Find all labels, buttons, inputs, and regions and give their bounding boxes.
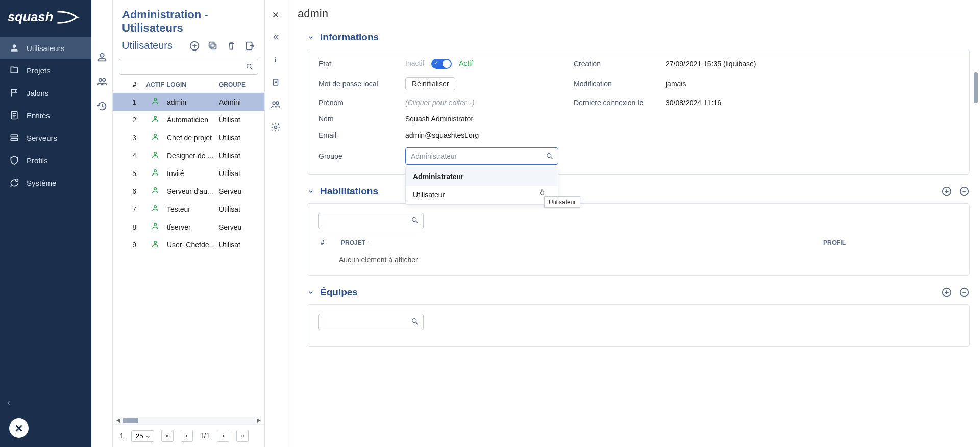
nav-users[interactable]: Utilisateurs (0, 37, 91, 59)
svg-point-7 (102, 79, 105, 82)
section-equipes-header[interactable]: Équipes (307, 287, 970, 298)
label-groupe: Groupe (318, 152, 400, 160)
export-icon[interactable] (244, 40, 255, 52)
user-active-icon (151, 114, 160, 123)
page-indicator: 1/1 (200, 432, 210, 440)
label-mdp: Mot de passe local (318, 80, 400, 88)
tab-info-icon[interactable] (270, 54, 281, 65)
value-creation: 27/09/2021 15:35 (liquibase) (666, 60, 958, 68)
field-nom[interactable]: Squash Administrator (405, 115, 569, 123)
nav-collapse[interactable] (0, 396, 91, 409)
label-modification: Modification (574, 80, 660, 88)
svg-point-27 (274, 126, 277, 129)
collapse-rail-icon[interactable] (270, 32, 281, 43)
section-info-header[interactable]: Informations (307, 32, 970, 43)
table-row[interactable]: 7TesteurUtilisat (113, 200, 264, 218)
user-active-icon (151, 150, 160, 159)
rail-user-icon[interactable] (96, 51, 108, 63)
search-icon (546, 152, 554, 160)
svg-text:squash: squash (8, 10, 53, 24)
table-row[interactable]: 1adminAdmini (113, 93, 264, 111)
svg-point-17 (154, 170, 157, 172)
nav-projects[interactable]: Projets (0, 59, 91, 82)
tab-team-icon[interactable] (270, 99, 281, 110)
nav-system[interactable]: Système (0, 171, 91, 194)
nav-label: Serveurs (27, 134, 57, 142)
pager-prev[interactable]: ‹ (181, 430, 193, 442)
search-icon (246, 63, 254, 71)
nav-close-button[interactable] (9, 418, 29, 438)
label-lastconn: Dernière connexion le (574, 98, 660, 107)
horizontal-scrollbar[interactable]: ◀ ▶ (118, 417, 259, 424)
pagination: 1 25 « ‹ 1/1 › » (113, 424, 264, 447)
hab-empty-message: Aucun élément à afficher (318, 252, 958, 266)
svg-marker-1 (76, 16, 80, 19)
user-active-icon (151, 168, 160, 177)
table-row[interactable]: 3Chef de projetUtilisat (113, 129, 264, 146)
svg-point-5 (16, 179, 18, 182)
sort-asc-icon: ↑ (369, 239, 372, 246)
svg-point-18 (154, 188, 157, 190)
remove-hab-icon[interactable] (959, 186, 970, 197)
group-option-user[interactable]: Utilisateur (406, 186, 558, 204)
table-row[interactable]: 5InvitéUtilisat (113, 164, 264, 182)
nav-entities[interactable]: Entités (0, 104, 91, 127)
pager-first[interactable]: « (161, 430, 174, 442)
svg-point-31 (412, 218, 416, 222)
svg-rect-3 (11, 135, 17, 137)
svg-point-13 (154, 98, 157, 101)
rail-history-icon[interactable] (96, 100, 108, 112)
hab-sort-projet[interactable]: PROJET ↑ (341, 239, 823, 246)
active-toggle[interactable]: ✓ (431, 59, 452, 69)
reset-password-button[interactable]: Réinitialiser (405, 77, 455, 90)
close-detail-icon[interactable] (270, 9, 281, 20)
remove-team-icon[interactable] (959, 287, 970, 298)
hab-search-input[interactable] (318, 213, 424, 229)
nav-label: Entités (27, 111, 50, 120)
vertical-scrollbar[interactable] (974, 72, 979, 442)
table-row[interactable]: 4Designer de ...Utilisat (113, 146, 264, 164)
group-select[interactable]: Administrateur (405, 147, 558, 165)
search-icon (411, 216, 419, 225)
team-search-input[interactable] (318, 314, 424, 330)
svg-point-16 (154, 152, 157, 155)
table-row[interactable]: 6Serveur d'au...Serveu (113, 182, 264, 200)
svg-point-26 (276, 102, 278, 104)
pager-next[interactable]: › (217, 430, 229, 442)
svg-point-14 (154, 116, 157, 119)
svg-rect-10 (209, 42, 214, 47)
nav-label: Jalons (27, 89, 48, 97)
svg-point-34 (412, 319, 416, 323)
group-option-admin[interactable]: Administrateur (406, 167, 558, 186)
user-detail-panel: admin Informations État Inactif ✓ Actif (286, 0, 980, 447)
copy-icon[interactable] (207, 40, 218, 52)
pager-last[interactable]: » (236, 430, 249, 442)
rail-team-icon[interactable] (96, 76, 108, 88)
table-row[interactable]: 9User_Chefde...Utilisat (113, 236, 264, 254)
cursor-icon (538, 186, 547, 197)
page-title: Administration - Utilisateurs (122, 8, 255, 35)
label-etat: État (318, 60, 400, 68)
user-active-icon (151, 204, 160, 213)
label-nom: Nom (318, 115, 400, 123)
table-row[interactable]: 2AutomaticienUtilisat (113, 111, 264, 129)
page-size-select[interactable]: 25 (131, 430, 154, 442)
add-team-icon[interactable] (941, 287, 952, 298)
add-user-icon[interactable] (189, 40, 200, 52)
svg-point-6 (99, 79, 102, 82)
label-creation: Création (574, 60, 660, 68)
tab-doc-icon[interactable] (270, 77, 281, 88)
user-active-icon (151, 186, 160, 195)
nav-profiles[interactable]: Profils (0, 149, 91, 171)
table-row[interactable]: 8tfserverServeu (113, 218, 264, 236)
field-email[interactable]: admin@squashtest.org (405, 131, 569, 139)
tab-settings-icon[interactable] (270, 121, 281, 133)
delete-icon[interactable] (226, 40, 237, 52)
nav-servers[interactable]: Serveurs (0, 127, 91, 149)
nav-milestones[interactable]: Jalons (0, 82, 91, 104)
search-icon (411, 317, 419, 326)
field-prenom[interactable]: (Cliquer pour éditer...) (405, 98, 569, 107)
svg-point-12 (247, 64, 251, 68)
user-search-input[interactable] (119, 59, 258, 75)
add-hab-icon[interactable] (941, 186, 952, 197)
